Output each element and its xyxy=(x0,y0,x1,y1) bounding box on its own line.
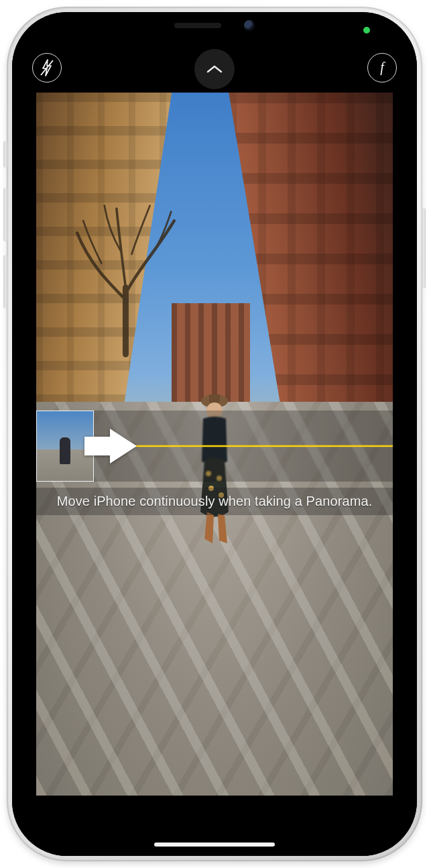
svg-rect-3 xyxy=(209,394,220,402)
chevron-up-icon xyxy=(206,64,223,74)
home-indicator[interactable] xyxy=(154,843,275,847)
filters-button[interactable]: f xyxy=(367,53,397,83)
filters-icon: f xyxy=(375,60,389,76)
volume-down-button[interactable] xyxy=(3,255,7,309)
camera-top-controls: f xyxy=(12,49,417,89)
screen-bezel: f xyxy=(12,12,417,856)
scene-tree xyxy=(65,121,186,430)
svg-text:f: f xyxy=(380,60,385,75)
panorama-hint-banner: Move iPhone continuously when taking a P… xyxy=(36,488,393,515)
notch xyxy=(127,12,302,39)
front-camera xyxy=(244,20,255,31)
flash-off-icon xyxy=(40,59,54,76)
camera-in-use-indicator xyxy=(363,27,370,34)
mute-switch[interactable] xyxy=(3,141,7,168)
camera-options-expand-button[interactable] xyxy=(194,49,235,89)
iphone-device-frame: f xyxy=(7,7,422,861)
camera-viewfinder[interactable]: Move iPhone continuously when taking a P… xyxy=(36,93,393,796)
flash-toggle-button[interactable] xyxy=(32,53,62,83)
earpiece-speaker xyxy=(174,23,221,28)
side-button[interactable] xyxy=(422,208,426,288)
panorama-guide-strip[interactable] xyxy=(36,411,393,482)
panorama-hint-text: Move iPhone continuously when taking a P… xyxy=(57,494,373,508)
camera-app-screen: f xyxy=(12,12,417,856)
arrow-right-icon xyxy=(110,429,137,464)
volume-up-button[interactable] xyxy=(3,188,7,241)
